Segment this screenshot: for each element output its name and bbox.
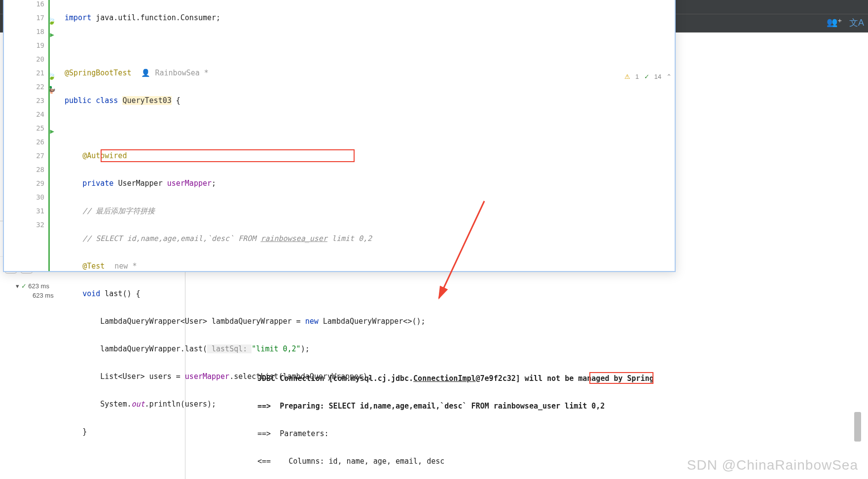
code-analysis-stats[interactable]: ⚠1 ✓14 ⌃: [624, 73, 672, 80]
translate-icon[interactable]: 文A: [849, 17, 864, 29]
brace: {: [172, 96, 181, 105]
gutter-line-21[interactable]: 21🍃🦆: [4, 66, 44, 80]
gutter-line-30[interactable]: 30: [4, 190, 44, 204]
class-name: QueryTest03: [122, 96, 171, 105]
chevron-down-icon: ▾: [16, 282, 19, 290]
code-editor-popup: 14151617🍃18▶192021🍃🦆22232425▶26272829303…: [3, 0, 676, 272]
kw-private: private: [82, 179, 118, 188]
gutter-line-22[interactable]: 22: [4, 80, 44, 94]
code-area[interactable]: import java.util.Map; import java.util.f…: [48, 0, 675, 271]
watermark: SDN @ChinaRainbowSea: [687, 457, 858, 473]
gutter-line-29[interactable]: 29: [4, 176, 44, 190]
author-hint: RainbowSea *: [155, 68, 209, 77]
code-together-icon[interactable]: 👥⁺: [827, 17, 842, 29]
system-out: out: [131, 400, 145, 409]
call-last: lambdaQueryWrapper.last(: [100, 344, 207, 353]
gutter-line-26[interactable]: 26: [4, 135, 44, 149]
gutter-line-20[interactable]: 20: [4, 52, 44, 66]
check-icon: ✓: [644, 73, 650, 80]
gutter-line-32[interactable]: 32: [4, 218, 44, 232]
kw-void: void: [82, 289, 105, 298]
field-usermapper: userMapper: [167, 179, 212, 188]
test-time: 623 ms: [28, 282, 49, 290]
gutter-line-17[interactable]: 17🍃: [4, 11, 44, 25]
ann-test: @Test: [82, 262, 105, 271]
method-name: last: [105, 289, 122, 298]
gutter-line-16[interactable]: 16: [4, 0, 44, 11]
ann-springboot: @SpringBootTest: [65, 68, 131, 77]
gutter-line-31[interactable]: 31: [4, 204, 44, 218]
gutter-line-24[interactable]: 24: [4, 107, 44, 121]
comment-line: // 最后添加字符拼接: [82, 206, 155, 215]
right-toolbar: 👥⁺ 文A: [827, 17, 864, 29]
string-limit: "limit 0,2": [252, 344, 300, 353]
param-hint: lastSql:: [207, 344, 252, 353]
check-count: 14: [654, 73, 661, 80]
gutter-line-28[interactable]: 28: [4, 163, 44, 176]
ref-usermapper: userMapper: [185, 372, 229, 381]
warning-icon: ⚠: [624, 73, 630, 80]
check-icon: ✓: [21, 282, 27, 290]
new-hint: new *: [114, 262, 137, 271]
gutter-line-25[interactable]: 25▶: [4, 121, 44, 135]
gutter-line-27[interactable]: 27: [4, 149, 44, 163]
scrollbar-thumb[interactable]: [854, 412, 861, 442]
editor-gutter[interactable]: 14151617🍃18▶192021🍃🦆22232425▶26272829303…: [4, 0, 48, 271]
test-leaf-time: 623 ms: [33, 292, 54, 299]
type-usermapper: UserMapper: [118, 179, 167, 188]
kw-public-class: public class: [65, 96, 122, 105]
gutter-line-19[interactable]: 19: [4, 38, 44, 52]
chevron-icon[interactable]: ⌃: [666, 73, 672, 80]
ann-autowired: @Autowired: [82, 151, 127, 160]
warn-count: 1: [635, 73, 639, 80]
gutter-line-23[interactable]: 23: [4, 94, 44, 107]
gutter-line-18[interactable]: 18▶: [4, 25, 44, 38]
